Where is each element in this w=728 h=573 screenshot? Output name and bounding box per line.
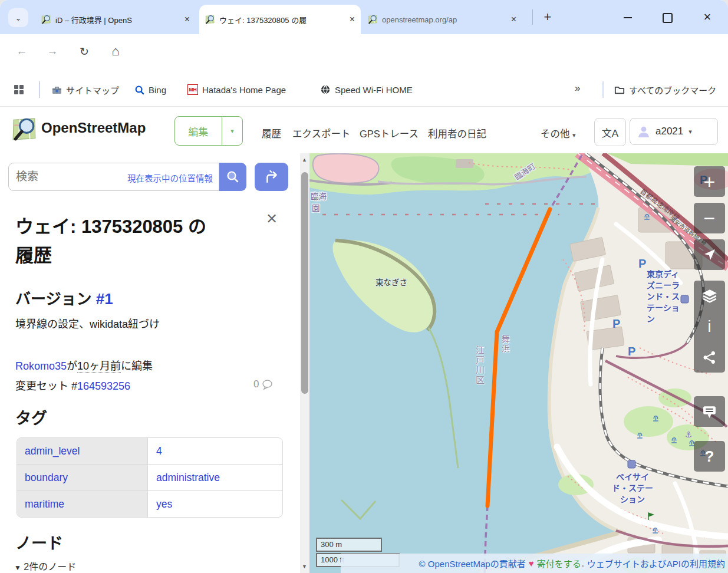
help-button[interactable]: ? [694, 441, 725, 472]
more-menu[interactable]: その他 ▾ [541, 126, 576, 140]
reload-button[interactable]: ↻ [74, 41, 94, 61]
tag-key-link[interactable]: maritime [25, 498, 64, 511]
search-icon [226, 170, 240, 184]
scrollbar-thumb[interactable] [301, 172, 308, 394]
user-menu-button[interactable]: a2021 ▾ [630, 118, 718, 145]
table-row: admin_level 4 [17, 438, 282, 464]
parking-icon: P [628, 345, 635, 358]
window-close-button[interactable]: × [696, 8, 719, 26]
tag-key-link[interactable]: admin_level [25, 445, 80, 457]
scroll-down-arrow[interactable]: ▼ [302, 564, 307, 569]
table-row: maritime yes [17, 490, 282, 517]
edit-split-button[interactable]: 編集 ▾ [174, 116, 243, 146]
version-link[interactable]: #1 [96, 290, 113, 308]
heart-icon: ♥ [529, 558, 534, 568]
comment-bubble-icon [262, 380, 273, 390]
where-is-this-link[interactable]: 現在表示中の位置情報 [127, 172, 213, 184]
locate-control [694, 239, 725, 270]
station-label-bayside: ベイサイド・ステーション [611, 472, 654, 505]
nav-export[interactable]: エクスポート [292, 126, 351, 140]
map-attribution: © OpenStreetMapの貢献者 ♥ 寄付をする. ウェブサイトおよびAP… [341, 554, 728, 573]
osm-logo[interactable] [12, 117, 37, 141]
bookmarks-overflow-chevron[interactable]: » [575, 83, 580, 94]
directions-button[interactable] [255, 163, 288, 191]
changeset-link[interactable]: 164593256 [77, 380, 130, 392]
all-bookmarks-button[interactable]: すべてのブックマーク [614, 81, 716, 98]
sidebar-scrollbar[interactable]: ▲ ▼ [300, 153, 309, 573]
editor-user-link[interactable]: Rokomo35 [15, 360, 67, 372]
tab-search-button[interactable]: ⌄ [8, 8, 28, 27]
triangle-down-icon: ▼ [14, 564, 21, 572]
tab-title: iD – 行政境界 | OpenS [55, 14, 180, 25]
tag-value-link[interactable]: 4 [156, 445, 162, 457]
osm-brand[interactable]: OpenStreetMap [41, 120, 146, 136]
search-input[interactable] [15, 167, 129, 187]
zoom-in-button[interactable]: + [694, 166, 725, 197]
share-icon [703, 351, 716, 364]
page-title: ウェイ: 1375320805 の履歴 [15, 212, 269, 270]
bookmarks-bar: サイトマップ Bing MH Hatada's Home Page Speed … [0, 73, 728, 107]
layers-button[interactable] [694, 281, 725, 311]
window-maximize-button[interactable] [655, 10, 679, 25]
donate-link[interactable]: 寄付をする [537, 557, 581, 569]
forward-button[interactable]: → [42, 41, 62, 61]
bookmark-label: Speed Wi-Fi HOME [335, 85, 413, 95]
nav-history[interactable]: 履歴 [262, 126, 281, 140]
back-button[interactable]: ← [12, 41, 32, 61]
tag-value-link[interactable]: administrative [156, 472, 220, 484]
tab-close-icon[interactable]: × [350, 14, 355, 25]
tab-close-icon[interactable]: × [511, 14, 516, 25]
osm-favicon [368, 15, 377, 24]
version-heading: バージョン #1 [15, 286, 113, 308]
home-button[interactable]: ⌂ [106, 41, 126, 61]
username: a2021 [655, 126, 683, 137]
bookmark-bing[interactable]: Bing [134, 81, 166, 98]
tab-1[interactable]: iD – 行政境界 | OpenS × [35, 5, 196, 34]
add-note-button[interactable] [694, 396, 725, 427]
terms-link[interactable]: ウェブサイトおよびAPIの利用規約 [587, 557, 725, 569]
browser-window: ⌄ iD – 行政境界 | OpenS × ウェイ: 1375320805 の履… [0, 0, 728, 573]
scroll-up-arrow[interactable]: ▲ [302, 157, 307, 163]
note-control [694, 396, 725, 427]
nav-gps-traces[interactable]: GPSトレース [360, 126, 419, 140]
tab-2-active[interactable]: ウェイ: 1375320805 の履 × [199, 5, 361, 34]
search-box[interactable]: 現在表示中の位置情報 [8, 163, 219, 191]
tab-title: openstreetmap.org/ap [382, 15, 506, 24]
tab-strip: ⌄ iD – 行政境界 | OpenS × ウェイ: 1375320805 の履… [0, 0, 728, 34]
tab-close-icon[interactable]: × [185, 14, 190, 25]
edit-button-label[interactable]: 編集 [175, 124, 222, 139]
map-canvas[interactable]: P P P P ⚓ 首都高速湾岸線 浦安市道幹線7号 臨海町 臨海 園 東なぎさ [309, 153, 728, 573]
place-label-edogawa: 江戸川区 [473, 345, 486, 386]
share-button[interactable] [694, 342, 725, 373]
comment-count: 0 [253, 378, 273, 390]
table-row: boundary administrative [17, 464, 282, 490]
nodes-toggle[interactable]: ▼ 2件のノード [14, 559, 76, 573]
folder-icon [614, 85, 625, 94]
locate-button[interactable] [694, 239, 725, 270]
tag-key-link[interactable]: boundary [25, 472, 68, 484]
map-key-button[interactable]: i [694, 311, 725, 342]
tab-3[interactable]: openstreetmap.org/ap × [362, 5, 522, 34]
bookmark-hatada[interactable]: MH Hatada's Home Page [187, 81, 286, 98]
all-bookmarks-label: すべてのブックマーク [629, 84, 716, 96]
tags-heading: タグ [15, 406, 47, 429]
new-tab-button[interactable]: + [538, 8, 557, 27]
bookmarks-divider [39, 81, 40, 98]
chevron-down-icon: ▾ [689, 128, 692, 136]
window-minimize-button[interactable] [616, 10, 640, 25]
apps-grid-icon[interactable] [13, 84, 25, 95]
place-label: 園 [312, 204, 320, 213]
osm-contributors-link[interactable]: © OpenStreetMapの貢献者 [419, 557, 526, 569]
search-button[interactable] [219, 163, 246, 191]
tag-value-link[interactable]: yes [156, 498, 172, 511]
bookmark-speed-wifi[interactable]: Speed Wi-Fi HOME [320, 81, 413, 98]
nodes-heading: ノード [15, 531, 63, 554]
zoom-out-button[interactable]: − [694, 203, 725, 233]
bookmark-sitemap[interactable]: サイトマップ [52, 81, 119, 98]
language-button[interactable]: 文A [594, 118, 626, 146]
nav-user-diaries[interactable]: 利用者の日記 [428, 126, 486, 140]
note-icon [702, 405, 717, 419]
help-control: ? [694, 441, 725, 472]
edit-dropdown-caret-icon[interactable]: ▾ [222, 127, 242, 135]
map-tiles: P P P P ⚓ 首都高速湾岸線 浦安市道幹線7号 臨海町 臨海 園 東なぎさ [309, 153, 728, 573]
